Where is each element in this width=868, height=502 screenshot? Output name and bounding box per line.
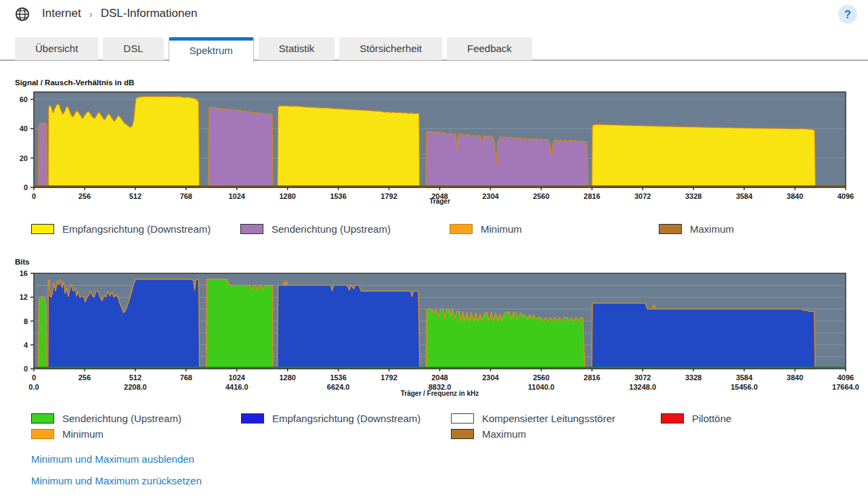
bits-chart-freq-tick: 15456.0 [731, 383, 758, 391]
bits-chart-xtick: 1536 [330, 373, 346, 382]
minmax-links: Minimum und Maximum ausblendenMinimum un… [31, 453, 202, 486]
bits-chart-xtick: 256 [79, 373, 91, 382]
bits-chart-xtick: 2560 [533, 373, 549, 382]
upstream-swatch [240, 224, 263, 234]
snr-chart-xtick: 1024 [229, 192, 246, 200]
tab-uebersicht[interactable]: Übersicht [15, 37, 98, 60]
snr-downstream-band3 [592, 124, 816, 187]
tab-statistik[interactable]: Statistik [259, 37, 335, 60]
minimum-swatch [450, 224, 473, 234]
tab-spektrum[interactable]: Spektrum [169, 37, 254, 62]
tab-stoersicherheit[interactable]: Störsicherheit [339, 37, 442, 60]
snr-chart-xtick: 256 [79, 192, 91, 200]
bits-chart-freq-tick: 11040.0 [528, 383, 555, 391]
bits-chart-xtick: 4096 [838, 373, 854, 382]
upstream-label: Senderichtung (Upstream) [62, 413, 181, 424]
downstream-label: Empfangsrichtung (Downstream) [272, 413, 420, 424]
snr-chart-xtick: 3072 [634, 192, 651, 200]
snr-chart-xtick: 512 [129, 192, 142, 200]
bits-chart-xtick: 1792 [381, 373, 397, 382]
maximum-label: Maximum [482, 428, 526, 440]
bits-chart-freq-tick: 2208.0 [124, 383, 147, 391]
hide-minmax-link[interactable]: Minimum und Maximum ausblenden [31, 453, 202, 465]
bits-chart-ytick: 0 [24, 365, 28, 373]
bits-chart-ytick: 4 [24, 341, 28, 349]
bits-chart-xlabel: Träger / Frequenz in kHz [401, 390, 479, 397]
dsl-informationen-page: Internet › DSL-Informationen ? Übersicht… [0, 0, 868, 502]
pilot-tones-label: Pilottöne [692, 413, 731, 424]
upstream-label: Senderichtung (Upstream) [272, 223, 391, 235]
upstream-swatch [31, 413, 54, 424]
bits-chart-freq-tick: 4416.0 [225, 383, 248, 391]
snr-downstream-band2 [278, 106, 420, 187]
snr-chart-xlabel: Träger [429, 198, 450, 205]
legend-item-pilot-tones: Pilottöne [661, 411, 868, 425]
bits-chart-xtick: 0 [32, 373, 36, 382]
compensated-disturber-swatch [451, 413, 474, 424]
snr-chart-xtick: 2816 [584, 192, 600, 200]
bits-chart-xtick: 3328 [685, 373, 701, 382]
legend-item-upstream: Senderichtung (Upstream) [31, 411, 241, 425]
snr-chart-ytick: 20 [20, 154, 28, 162]
bits-chart-ytick: 8 [24, 317, 28, 325]
maximum-swatch [451, 429, 474, 439]
bits-chart-xtick: 1024 [229, 373, 246, 382]
legend-item-downstream: Empfangsrichtung (Downstream) [241, 411, 451, 425]
bits-chart-ytick: 12 [20, 293, 28, 301]
snr-chart-xtick: 4096 [838, 192, 854, 200]
reset-minmax-link[interactable]: Minimum und Maximum zurücksetzen [31, 475, 202, 486]
bits-chart-xtick: 768 [180, 373, 192, 382]
tab-feedback[interactable]: Feedback [447, 37, 532, 60]
bits-chart-xtick: 512 [129, 373, 142, 382]
compensated-disturber-label: Kompensierter Leitungsstörer [482, 413, 615, 424]
snr-chart-xtick: 1536 [330, 192, 346, 200]
bits-chart-xtick: 1280 [279, 373, 295, 382]
legend-item-maximum: Maximum [659, 222, 868, 235]
bits-chart-xtick: 3584 [736, 373, 753, 382]
snr-chart: 0204060025651276810241280153617922048230… [20, 92, 854, 205]
snr-chart-xtick: 2560 [533, 192, 549, 200]
tab-bar: ÜbersichtDSLSpektrumStatistikStörsicherh… [15, 37, 532, 62]
downstream-swatch [241, 413, 264, 424]
downstream-label: Empfangsrichtung (Downstream) [62, 223, 211, 235]
bits-chart-xtick: 2304 [482, 373, 499, 382]
bits-chart-ytick: 16 [20, 269, 28, 277]
bits-chart-freq-tick: 6624.0 [327, 383, 350, 391]
minimum-label: Minimum [62, 428, 104, 440]
legend-item-maximum: Maximum [451, 427, 661, 440]
bits-downstream-band3 [592, 303, 815, 369]
snr-upstream-band0 [38, 123, 47, 187]
legend-item-upstream: Senderichtung (Upstream) [240, 222, 450, 235]
bits-chart-xtick: 3840 [787, 373, 803, 382]
downstream-swatch [31, 224, 54, 234]
minimum-label: Minimum [481, 223, 522, 235]
snr-chart-ytick: 40 [20, 124, 28, 133]
snr-chart-ytick: 0 [24, 183, 28, 191]
minimum-swatch [31, 429, 54, 439]
maximum-label: Maximum [690, 223, 734, 235]
pilot-tones-swatch [661, 413, 684, 424]
snr-chart-xtick: 3328 [685, 192, 701, 200]
legend-item-minimum: Minimum [450, 222, 659, 235]
tab-dsl[interactable]: DSL [103, 37, 163, 60]
snr-chart-xtick: 768 [180, 192, 192, 200]
bits-chart: 0481216025651276810241280153617922048230… [20, 269, 859, 397]
bits-chart-xtick: 3072 [634, 373, 651, 382]
snr-chart-xtick: 3840 [787, 192, 803, 200]
snr-chart-legend: Empfangsrichtung (Downstream)Senderichtu… [31, 222, 868, 235]
bits-chart-xtick: 2816 [584, 373, 600, 382]
bits-downstream-band2 [278, 286, 420, 369]
bits-chart-freq-tick: 13248.0 [629, 383, 656, 391]
snr-chart-xtick: 1792 [381, 192, 397, 200]
snr-chart-xtick: 0 [32, 192, 36, 200]
snr-chart-xtick: 3584 [736, 192, 753, 200]
snr-chart-xtick: 2304 [482, 192, 499, 200]
bits-chart-freq-tick: 0.0 [28, 383, 39, 391]
snr-chart-ytick: 60 [20, 95, 28, 104]
maximum-swatch [659, 224, 682, 234]
bits-upstream-band0 [38, 297, 46, 369]
snr-chart-xtick: 1280 [279, 192, 295, 200]
legend-item-minimum: Minimum [31, 427, 241, 440]
snr-upstream-band1 [209, 108, 273, 187]
bits-chart-freq-tick: 17664.0 [832, 383, 859, 391]
